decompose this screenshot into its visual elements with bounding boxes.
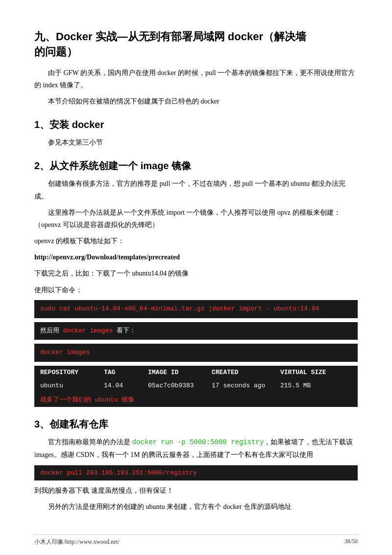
page-footer: 小木人印象/http://www.xwood.net/ 38/50: [34, 534, 358, 546]
docker-pull-cmd: docker pull 203.195.193.251:5000/registr…: [40, 469, 197, 477]
col-header-imageid: IMAGE ID: [148, 369, 212, 376]
intro-para2: 本节介绍如何在被墙的情况下创建属于自己特色的 docker: [34, 95, 358, 107]
section1-para1: 参见本文第三小节: [34, 136, 358, 149]
footer-left: 小木人印象/http://www.xwood.net/: [34, 538, 120, 546]
docker-images-table: REPOSITORY TAG IMAGE ID CREATED VIRTUAL …: [34, 366, 358, 407]
result-line: 就多了一个我们的 ubuntu 镜像: [34, 392, 358, 407]
docker-images-cmd: docker images: [40, 349, 90, 356]
col-header-repository: REPOSITORY: [40, 369, 104, 376]
after-download: 下载完之后，比如：下载了一个 ubuntu14.04 的镜像: [34, 267, 358, 279]
then-use-text: 然后用: [40, 327, 63, 334]
page-content: 九、Docker 实战—从无到有部署局域网 docker（解决墙 的问题） 由于…: [0, 0, 392, 555]
section2-para2: 这里推荐一个办法就是从一个文件系统 import 一个镜像，个人推荐可以使用 o…: [34, 206, 358, 231]
section3-title: 3、创建私有仓库: [34, 418, 358, 431]
col-header-tag: TAG: [104, 369, 148, 376]
section2-para1: 创建镜像有很多方法，官方的推荐是 pull 一个，不过在墙内，想 pull 一个…: [34, 177, 358, 202]
openvz-link: http://openvz.org/Download/templates/pre…: [34, 251, 358, 263]
cell-created: 17 seconds ago: [212, 382, 280, 389]
intro-para1: 由于 GFW 的关系，国内用户在使用 docker 的时候，pull 一个基本的…: [34, 67, 358, 91]
cell-tag: 14.04: [104, 382, 148, 389]
cell-imageid: 05ac7c0b9383: [148, 382, 212, 389]
cell-repository: ubuntu: [40, 382, 104, 389]
cell-virtsize: 215.5 MB: [280, 382, 339, 389]
section1-title: 1、安装 docker: [34, 118, 358, 131]
openvz-label: openvz 的模板下载地址如下：: [34, 235, 358, 247]
use-cmd-label: 使用以下命令：: [34, 284, 358, 296]
cmd1-text: sudo cat ubuntu-14.04-x86_64-minimal.tar…: [40, 305, 319, 312]
col-header-created: CREATED: [212, 369, 280, 376]
then-use-block: 然后用 docker images 看下：: [34, 322, 358, 340]
docker-run-cmd: docker run -p 5000:5000 registry: [132, 438, 264, 446]
docker-images-cmd-block: docker images: [34, 344, 358, 362]
table-row: ubuntu 14.04 05ac7c0b9383 17 seconds ago…: [34, 379, 358, 392]
section3-para1: 官方指南称最简单的办法是 docker run -p 5000:5000 reg…: [34, 436, 358, 461]
footer-right: 38/50: [344, 538, 358, 546]
section3-para2: 到我的服务器下载 速度虽然慢点，但有保证！: [34, 484, 358, 497]
section3-para3: 另外的方法是使用刚才的创建的 ubuntu 来创建，官方有个 docker 仓库…: [34, 501, 358, 513]
col-header-virtsize: VIRTUAL SIZE: [280, 369, 339, 376]
docker-pull-block: docker pull 203.195.193.251:5000/registr…: [34, 465, 358, 480]
section2-title: 2、从文件系统创建一个 image 镜像: [34, 159, 358, 173]
cmd1-block: sudo cat ubuntu-14.04-x86_64-minimal.tar…: [34, 300, 358, 318]
table-header-row: REPOSITORY TAG IMAGE ID CREATED VIRTUAL …: [34, 366, 358, 379]
main-title: 九、Docker 实战—从无到有部署局域网 docker（解决墙 的问题）: [34, 29, 358, 60]
